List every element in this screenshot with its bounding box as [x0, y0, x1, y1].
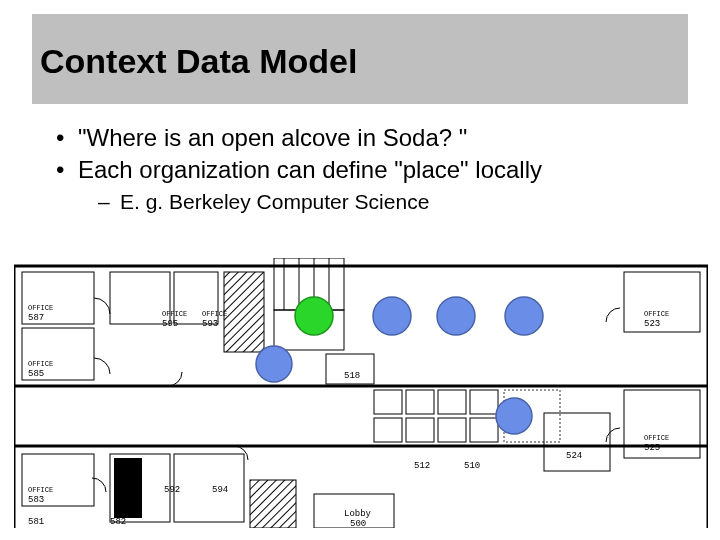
room-582: 582 [110, 517, 126, 527]
room-512: 512 [414, 461, 430, 471]
svg-rect-29 [470, 418, 498, 442]
room-581: 581 [28, 517, 44, 527]
svg-text:OFFICE: OFFICE [644, 434, 669, 442]
svg-text:OFFICE: OFFICE [162, 310, 187, 318]
stairwell-bottom [250, 480, 296, 528]
room-525: 525 [644, 443, 660, 453]
svg-rect-23 [406, 390, 434, 414]
marker-blue-1 [256, 346, 292, 382]
svg-rect-24 [438, 390, 466, 414]
floorplan-svg: OFFICE 587 OFFICE 585 OFFICE 583 581 OFF… [14, 258, 708, 528]
solid-block [114, 458, 142, 518]
svg-rect-36 [544, 413, 610, 471]
svg-rect-32 [624, 272, 700, 332]
markers [256, 297, 543, 434]
slide-title: Context Data Model [40, 42, 357, 81]
svg-text:OFFICE: OFFICE [644, 310, 669, 318]
room-523: 523 [644, 319, 660, 329]
right-offices: OFFICE 523 OFFICE 525 524 [544, 272, 700, 471]
lobby: Lobby [344, 509, 372, 519]
svg-rect-25 [470, 390, 498, 414]
center-rooms: 518 512 510 Lobby 500 [314, 354, 560, 528]
marker-green [295, 297, 333, 335]
bottom-offices: 592 594 582 [110, 454, 296, 528]
svg-rect-9 [110, 272, 170, 324]
svg-rect-26 [374, 418, 402, 442]
sub-bullet-list: E. g. Berkeley Computer Science [98, 190, 680, 214]
room-587: 587 [28, 313, 44, 323]
svg-text:OFFICE: OFFICE [28, 486, 53, 494]
marker-blue-5 [496, 398, 532, 434]
svg-rect-34 [624, 390, 700, 458]
bullet-2a: E. g. Berkeley Computer Science [98, 190, 680, 214]
room-585: 585 [28, 369, 44, 379]
bullet-1: "Where is an open alcove in Soda? " [56, 124, 680, 152]
svg-text:OFFICE: OFFICE [202, 310, 227, 318]
room-583: 583 [28, 495, 44, 505]
room-524: 524 [566, 451, 582, 461]
bullet-list: "Where is an open alcove in Soda? " Each… [56, 120, 680, 218]
room-593: 593 [202, 319, 218, 329]
svg-rect-22 [374, 390, 402, 414]
slide: Context Data Model "Where is an open alc… [0, 0, 720, 540]
svg-rect-20 [174, 454, 244, 522]
office-lbl: OFFICE [28, 304, 53, 312]
marker-blue-2 [373, 297, 411, 335]
bullet-2: Each organization can define "place" loc… [56, 156, 680, 214]
marker-blue-4 [505, 297, 543, 335]
room-500: 500 [350, 519, 366, 528]
svg-rect-28 [438, 418, 466, 442]
left-offices: OFFICE 587 OFFICE 585 OFFICE 583 581 [22, 272, 94, 527]
floorplan-image: OFFICE 587 OFFICE 585 OFFICE 583 581 OFF… [14, 258, 708, 528]
room-594: 594 [212, 485, 228, 495]
marker-blue-3 [437, 297, 475, 335]
bullet-2-text: Each organization can define "place" loc… [78, 156, 542, 183]
svg-text:OFFICE: OFFICE [28, 360, 53, 368]
room-592: 592 [164, 485, 180, 495]
room-510: 510 [464, 461, 480, 471]
stairwell-top [224, 272, 264, 352]
room-518: 518 [344, 371, 360, 381]
svg-rect-27 [406, 418, 434, 442]
